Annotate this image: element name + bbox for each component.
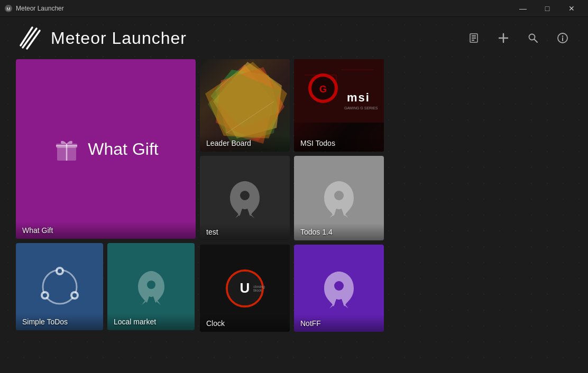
tile-test[interactable]: test [200,156,290,240]
search-button[interactable] [523,29,543,48]
tile-msi-todos[interactable]: G msi GAMING G SERIES MSI Todos [294,59,384,152]
app-background: Meteor Launcher [0,17,588,373]
titlebar-controls: — □ ✕ [511,0,584,17]
minimize-button[interactable]: — [511,0,535,17]
bookmark-icon [468,33,479,43]
info-icon [557,32,568,44]
svg-point-46 [240,191,250,200]
header-left: Meteor Launcher [16,25,187,51]
svg-point-26 [72,293,77,297]
info-button[interactable] [553,29,572,48]
svg-text:msi: msi [347,91,370,104]
titlebar-app-name: Meteor Launcher [16,5,64,12]
svg-point-14 [562,35,563,36]
ubuntu-icon [39,266,81,308]
svg-text:GAMING G SERIES: GAMING G SERIES [344,106,378,110]
svg-point-25 [43,293,47,297]
gift-icon [53,135,80,163]
col-mid-right: Leader Board [200,59,384,332]
search-icon [528,33,538,43]
logo-svg [16,25,42,51]
header-right [464,29,572,48]
svg-point-24 [58,269,62,273]
tile-notff[interactable]: NotFF [294,245,384,332]
svg-line-12 [535,40,538,43]
rocket-gray-icon [318,177,360,219]
header: Meteor Launcher [0,17,588,59]
svg-point-47 [334,191,344,200]
msi-todos-label: MSI Todos [294,135,384,152]
app-icon: M [4,4,13,13]
what-gift-label: What Gift [88,139,158,159]
close-button[interactable]: ✕ [559,0,584,17]
rocket-icon [130,266,172,308]
app-logo [16,25,42,51]
tile-clock[interactable]: U closingblock Clock [200,245,290,332]
svg-point-27 [147,281,155,289]
svg-text:G: G [319,84,327,95]
what-gift-tile-label: What Gift [16,222,196,239]
svg-rect-37 [294,59,384,123]
row1: Leader Board [200,59,384,152]
leader-board-label: Leader Board [200,135,290,152]
tile-leader-board[interactable]: Leader Board [200,59,290,152]
svg-rect-6 [472,35,476,36]
notff-label: NotFF [294,315,384,332]
maximize-button[interactable]: □ [535,0,559,17]
clock-label: Clock [200,315,290,332]
simple-todos-label: Simple ToDos [16,313,103,330]
titlebar-left: M Meteor Launcher [4,4,64,13]
titlebar: M Meteor Launcher — □ ✕ [0,0,588,17]
local-market-label: Local market [107,313,195,330]
add-button[interactable] [494,29,513,48]
msi-dragon-icon: G msi GAMING G SERIES [294,59,384,123]
tile-what-gift[interactable]: What Gift What Gift [16,59,196,239]
clock-icon-letter: U [240,280,250,296]
row3: U closingblock Clock [200,245,384,332]
todos-label: Todos 1.4 [294,223,384,240]
tile-simple-todos[interactable]: Simple ToDos [16,243,103,330]
tiles-grid: What Gift What Gift [0,59,588,332]
bookmark-button[interactable] [464,29,483,48]
tile-local-market[interactable]: Local market [107,243,195,330]
rocket-dark-icon [224,177,266,219]
svg-rect-8 [472,40,474,41]
row2: test Todos 1.4 [200,156,384,240]
svg-text:M: M [6,6,11,12]
plus-icon [498,32,509,44]
tile-todos[interactable]: Todos 1.4 [294,156,384,240]
col-left: What Gift What Gift [16,59,196,332]
app-title: Meteor Launcher [51,29,187,48]
col-left-bottom-row: Simple ToDos Local market [16,243,196,330]
rocket-purple-icon [318,267,360,310]
test-label: test [200,223,290,240]
svg-rect-7 [472,38,476,39]
svg-point-48 [334,281,344,291]
